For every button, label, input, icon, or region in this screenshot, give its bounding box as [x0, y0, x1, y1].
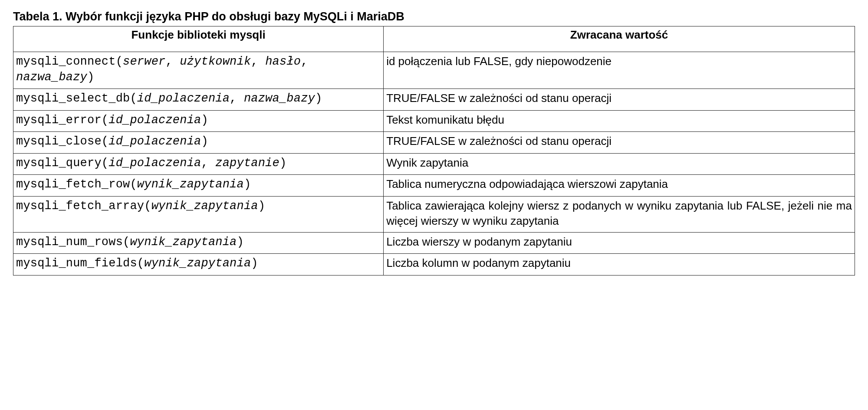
- table-row: mysqli_num_rows(wynik_zapytania)Liczba w…: [13, 232, 855, 253]
- function-signature-cell: mysqli_select_db(id_polaczenia, nazwa_ba…: [13, 89, 384, 110]
- table-row: mysqli_fetch_array(wynik_zapytania)Tabli…: [13, 196, 855, 232]
- function-signature-cell: mysqli_fetch_row(wynik_zapytania): [13, 175, 384, 196]
- table-header-row: Funkcje biblioteki mysqli Zwracana warto…: [13, 26, 855, 52]
- function-name: ,: [165, 55, 180, 68]
- function-name: ,: [201, 157, 215, 170]
- function-name: mysqli_select_db(: [16, 92, 137, 105]
- return-value-cell: TRUE/FALSE w zależności od stanu operacj…: [384, 89, 855, 110]
- function-name: ): [201, 135, 208, 148]
- function-param: zapytanie: [215, 157, 279, 170]
- table-row: mysqli_fetch_row(wynik_zapytania)Tablica…: [13, 175, 855, 196]
- function-name: ): [251, 257, 258, 270]
- function-signature-cell: mysqli_fetch_array(wynik_zapytania): [13, 196, 384, 232]
- function-signature-cell: mysqli_num_fields(wynik_zapytania): [13, 254, 384, 275]
- function-param: wynik_zapytania: [151, 200, 258, 213]
- function-name: mysqli_connect(: [16, 55, 123, 68]
- function-name: mysqli_num_fields(: [16, 257, 144, 270]
- header-functions: Funkcje biblioteki mysqli: [13, 26, 384, 52]
- function-signature-cell: mysqli_error(id_polaczenia): [13, 110, 384, 131]
- return-value-cell: Wynik zapytania: [384, 153, 855, 174]
- function-name: ,: [251, 55, 265, 68]
- function-name: mysqli_num_rows(: [16, 236, 130, 249]
- return-value-cell: Tablica numeryczna odpowiadająca wierszo…: [384, 175, 855, 196]
- function-name: ): [279, 157, 286, 170]
- function-signature-cell: mysqli_num_rows(wynik_zapytania): [13, 232, 384, 253]
- function-param: wynik_zapytania: [137, 178, 244, 191]
- table-caption: Tabela 1. Wybór funkcji języka PHP do ob…: [13, 9, 855, 24]
- function-name: mysqli_fetch_array(: [16, 200, 151, 213]
- function-param: wynik_zapytania: [130, 236, 237, 249]
- function-param: nazwa_bazy: [244, 92, 315, 105]
- table-body: mysqli_connect(serwer, użytkownik, hasło…: [13, 52, 855, 275]
- return-value-cell: Liczba kolumn w podanym zapytaniu: [384, 254, 855, 275]
- function-name: ): [237, 236, 244, 249]
- function-name: ): [87, 71, 94, 84]
- function-signature-cell: mysqli_query(id_polaczenia, zapytanie): [13, 153, 384, 174]
- header-return-value: Zwracana wartość: [384, 26, 855, 52]
- function-name: ,: [230, 92, 244, 105]
- function-param: id_polaczenia: [108, 135, 201, 148]
- mysqli-functions-table: Funkcje biblioteki mysqli Zwracana warto…: [13, 26, 855, 275]
- return-value-cell: Liczba wierszy w podanym zapytaniu: [384, 232, 855, 253]
- function-param: użytkownik: [180, 55, 251, 68]
- table-row: mysqli_num_fields(wynik_zapytania)Liczba…: [13, 254, 855, 275]
- function-param: id_polaczenia: [137, 92, 230, 105]
- function-param: id_polaczenia: [108, 114, 201, 127]
- return-value-cell: id połączenia lub FALSE, gdy niepowodzen…: [384, 52, 855, 89]
- function-name: ): [315, 92, 322, 105]
- return-value-cell: TRUE/FALSE w zależności od stanu operacj…: [384, 132, 855, 153]
- function-name: mysqli_close(: [16, 135, 108, 148]
- table-row: mysqli_close(id_polaczenia)TRUE/FALSE w …: [13, 132, 855, 153]
- table-row: mysqli_select_db(id_polaczenia, nazwa_ba…: [13, 89, 855, 110]
- table-row: mysqli_error(id_polaczenia)Tekst komunik…: [13, 110, 855, 131]
- function-signature-cell: mysqli_connect(serwer, użytkownik, hasło…: [13, 52, 384, 89]
- return-value-cell: Tablica zawierająca kolejny wiersz z pod…: [384, 196, 855, 232]
- function-param: nazwa_bazy: [16, 71, 87, 84]
- function-name: ): [201, 114, 208, 127]
- function-name: ,: [301, 55, 308, 68]
- function-param: wynik_zapytania: [144, 257, 251, 270]
- table-row: mysqli_connect(serwer, użytkownik, hasło…: [13, 52, 855, 89]
- return-value-cell: Tekst komunikatu błędu: [384, 110, 855, 131]
- function-param: hasło: [265, 55, 301, 68]
- function-name: ): [244, 178, 251, 191]
- function-name: mysqli_fetch_row(: [16, 178, 137, 191]
- function-signature-cell: mysqli_close(id_polaczenia): [13, 132, 384, 153]
- function-param: serwer: [123, 55, 165, 68]
- function-param: id_polaczenia: [108, 157, 201, 170]
- function-name: ): [258, 200, 265, 213]
- function-name: mysqli_query(: [16, 157, 108, 170]
- function-name: mysqli_error(: [16, 114, 108, 127]
- table-row: mysqli_query(id_polaczenia, zapytanie)Wy…: [13, 153, 855, 174]
